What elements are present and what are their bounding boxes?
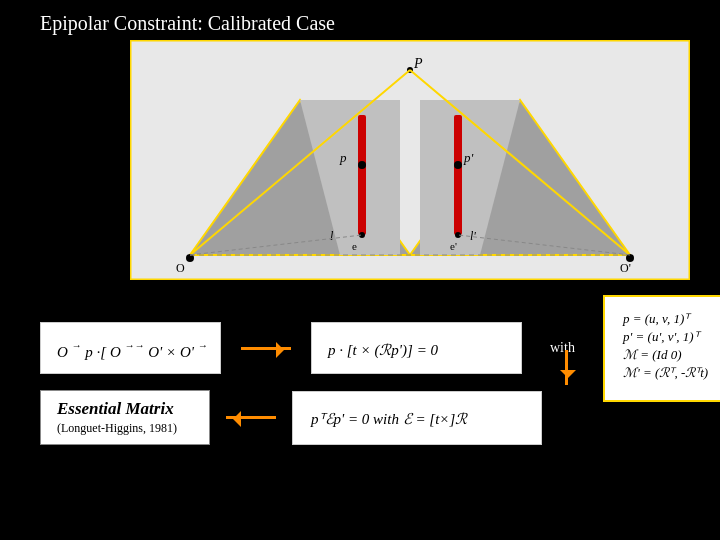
svg-text:ℳ' = (ℛᵀ, -ℛᵀt): ℳ' = (ℛᵀ, -ℛᵀt) <box>623 365 708 380</box>
essential-matrix-formula-box: pᵀℰp' = 0 with ℰ = [t×]ℛ <box>292 391 542 445</box>
cross-product-formula-box: p · [t × (ℛp')] = 0 <box>311 322 522 374</box>
svg-point-16 <box>358 161 366 169</box>
svg-text:p: p <box>339 150 347 165</box>
svg-text:pᵀℰp' = 0  with  ℰ = [t×]ℛ: pᵀℰp' = 0 with ℰ = [t×]ℛ <box>310 411 468 427</box>
svg-text:l': l' <box>470 229 476 243</box>
page-title: Epipolar Constraint: Calibrated Case <box>40 12 335 35</box>
svg-text:O: O <box>176 261 185 275</box>
svg-text:p = (u, v, 1)ᵀ: p = (u, v, 1)ᵀ <box>622 311 692 326</box>
svg-text:e: e <box>352 240 357 252</box>
svg-text:P: P <box>413 56 423 71</box>
svg-text:p' = (u', v', 1)ᵀ: p' = (u', v', 1)ᵀ <box>622 329 702 344</box>
essential-matrix-title: Essential Matrix <box>57 399 193 419</box>
svg-rect-14 <box>358 115 366 235</box>
svg-text:p': p' <box>463 150 474 165</box>
with-label-1: with <box>550 340 575 356</box>
svg-text:e': e' <box>450 240 457 252</box>
epipolar-diagram: P p p' e e' O O' l l' <box>130 40 690 280</box>
arrow-down-1 <box>565 350 568 385</box>
arrow-right-1 <box>241 347 291 350</box>
formula-row-2: Essential Matrix (Longuet-Higgins, 1981)… <box>40 390 542 445</box>
svg-text:O
        →
        p
        : O → p ·[ O →→ O' × O' → p']=0 <box>57 336 208 360</box>
arrow-left-1 <box>226 416 276 419</box>
longuet-higgins-label: (Longuet-Higgins, 1981) <box>57 421 193 436</box>
svg-rect-15 <box>454 115 462 235</box>
svg-text:ℳ = (Id   0): ℳ = (Id 0) <box>623 347 682 362</box>
svg-point-18 <box>454 161 462 169</box>
svg-text:O': O' <box>620 261 631 275</box>
parameter-box: p = (u, v, 1)ᵀ p' = (u', v', 1)ᵀ ℳ = (Id… <box>603 295 720 402</box>
essential-matrix-box: Essential Matrix (Longuet-Higgins, 1981) <box>40 390 210 445</box>
vector-formula-box: O → p ·[ O →→ O' × O' → p']=0 <box>40 322 221 374</box>
formula-row-1: O → p ·[ O →→ O' × O' → p']=0 p · [t × (… <box>40 295 720 402</box>
svg-text:p · [t × (ℛp')] = 0: p · [t × (ℛp')] = 0 <box>327 342 439 359</box>
